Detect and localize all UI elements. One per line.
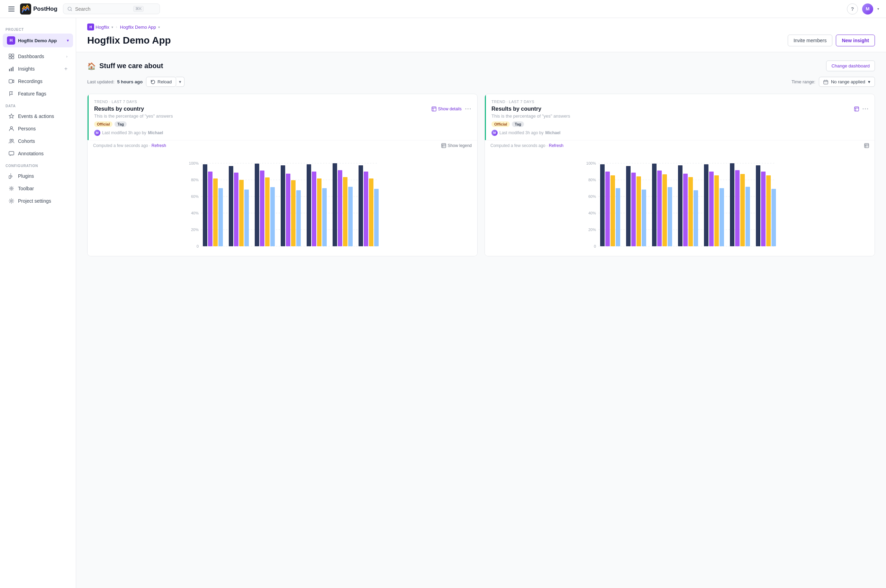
insight-card-1: TREND · LAST 7 DAYS Results by country S…: [87, 94, 478, 256]
svg-text:100%: 100%: [586, 161, 596, 165]
svg-rect-76: [611, 176, 615, 246]
svg-rect-59: [374, 189, 379, 246]
sidebar-item-plugins[interactable]: Plugins: [3, 170, 73, 182]
dashboards-chevron-icon: ›: [66, 54, 68, 58]
card-actions-2: ···: [854, 106, 869, 112]
main-content: H Hogflix ▾ › Hogflix Demo App ▾ Hogflix…: [76, 18, 886, 588]
tag-official-1: Official: [94, 122, 113, 127]
svg-text:40%: 40%: [588, 211, 596, 215]
dashboards-icon: [8, 53, 15, 60]
insight-card-2: TREND · LAST 7 DAYS Results by country ·…: [484, 94, 875, 256]
sidebar-item-dashboards[interactable]: Dashboards ›: [3, 51, 73, 62]
app-body: PROJECT H Hogflix Demo App ▾ Dashboards …: [0, 18, 886, 588]
project-settings-icon: [8, 198, 15, 204]
svg-rect-80: [636, 176, 641, 246]
svg-rect-58: [369, 178, 373, 246]
logo-text: PostHog: [33, 6, 57, 12]
svg-rect-55: [348, 187, 353, 246]
search-bar[interactable]: ⌘K: [63, 3, 160, 14]
svg-rect-2: [9, 54, 11, 56]
sidebar-item-annotations[interactable]: Annotations: [3, 148, 73, 159]
insights-icon: [8, 66, 15, 72]
svg-rect-39: [244, 189, 249, 246]
svg-text:60%: 60%: [191, 194, 199, 198]
hamburger-menu[interactable]: [7, 5, 16, 13]
svg-rect-50: [317, 178, 322, 246]
dashboard-title: 🏠 Stuff we care about: [87, 62, 163, 70]
toolbar-left: Last updated: 5 hours ago Reload ▾: [87, 77, 185, 87]
sidebar-item-toolbar[interactable]: Toolbar: [3, 183, 73, 194]
computed-text-1: Computed a few seconds ago · Refresh: [93, 143, 166, 148]
card-chart-header-2: Computed a few seconds ago · Refresh: [485, 140, 875, 151]
search-input[interactable]: [75, 6, 131, 12]
svg-rect-37: [234, 172, 238, 246]
more-options-button-2[interactable]: ···: [862, 106, 869, 112]
sidebar-item-cohorts-label: Cohorts: [18, 138, 35, 144]
author-avatar-2: M: [492, 130, 498, 136]
card-description-1: This is the percentage of "yes" answers: [94, 114, 472, 118]
avatar[interactable]: M: [862, 3, 873, 15]
more-options-button-1[interactable]: ···: [465, 106, 472, 112]
chart-area-1: 100% 80% 60% 40% 20% 0: [87, 151, 477, 256]
card-header-2: TREND · LAST 7 DAYS Results by country ·…: [485, 94, 875, 140]
show-legend-button-1[interactable]: Show legend: [441, 143, 472, 148]
topnav: PostHog ⌘K ? M ▾: [0, 0, 886, 18]
breadcrumb-project[interactable]: Hogflix Demo App ▾: [120, 24, 160, 30]
reload-button[interactable]: Reload: [146, 77, 176, 87]
sidebar-item-insights[interactable]: Insights +: [3, 63, 73, 75]
refresh-link-2[interactable]: Refresh: [549, 143, 563, 148]
svg-rect-100: [766, 176, 771, 246]
svg-rect-48: [307, 164, 311, 246]
sidebar-section-project: PROJECT: [0, 24, 76, 33]
sidebar-item-persons[interactable]: Persons: [3, 123, 73, 135]
project-selector[interactable]: H Hogflix Demo App ▾: [3, 33, 73, 47]
legend-icon-2: [864, 143, 869, 148]
show-details-button-1[interactable]: Show details: [432, 106, 462, 111]
show-details-button-2[interactable]: [854, 106, 859, 111]
breadcrumb-org[interactable]: H Hogflix ▾: [87, 24, 113, 30]
sidebar-item-recordings[interactable]: Recordings: [3, 75, 73, 87]
breadcrumb: H Hogflix ▾ › Hogflix Demo App ▾: [87, 24, 875, 30]
svg-rect-56: [358, 165, 363, 246]
svg-rect-14: [9, 176, 11, 178]
persons-icon: [8, 126, 15, 132]
reload-group: Reload ▾: [146, 77, 185, 87]
svg-rect-60: [854, 107, 859, 111]
show-legend-button-2[interactable]: [864, 143, 869, 148]
svg-rect-51: [322, 188, 327, 246]
refresh-link-1[interactable]: Refresh: [152, 143, 166, 148]
reload-dropdown-button[interactable]: ▾: [176, 77, 185, 87]
sidebar-item-events[interactable]: Events & actions: [3, 110, 73, 122]
sidebar-item-feature-flags[interactable]: Feature flags: [3, 88, 73, 100]
svg-rect-101: [772, 189, 776, 246]
dashboard-header: 🏠 Stuff we care about Change dashboard: [87, 60, 875, 71]
avatar-chevron-icon[interactable]: ▾: [877, 7, 879, 11]
sidebar-item-cohorts[interactable]: Cohorts: [3, 135, 73, 147]
header-actions: Invite members New insight: [788, 34, 875, 46]
new-insight-button[interactable]: New insight: [836, 34, 875, 46]
insights-add-icon[interactable]: +: [65, 66, 68, 72]
invite-members-button[interactable]: Invite members: [788, 34, 833, 46]
change-dashboard-button[interactable]: Change dashboard: [826, 60, 875, 71]
cards-grid: TREND · LAST 7 DAYS Results by country S…: [87, 94, 875, 256]
chart-svg-2: 100% 80% 60% 40% 20% 0: [490, 156, 869, 253]
svg-rect-7: [11, 68, 12, 71]
toolbar-icon: [8, 185, 15, 192]
chart-area-2: 100% 80% 60% 40% 20% 0: [485, 151, 875, 256]
time-range-button[interactable]: No range applied ▾: [819, 77, 875, 87]
svg-text:40%: 40%: [191, 211, 199, 215]
sidebar: PROJECT H Hogflix Demo App ▾ Dashboards …: [0, 18, 76, 588]
help-button[interactable]: ?: [847, 3, 858, 15]
svg-rect-99: [761, 171, 766, 246]
time-range-chevron-icon: ▾: [868, 79, 870, 84]
svg-rect-43: [270, 187, 275, 246]
svg-text:80%: 80%: [588, 178, 596, 182]
svg-point-15: [11, 188, 12, 189]
reload-icon: [150, 80, 155, 84]
svg-rect-87: [683, 174, 688, 246]
sidebar-item-dashboards-label: Dashboards: [18, 54, 44, 59]
card-modified-1: M Last modified 3h ago by Michael: [94, 130, 472, 136]
project-icon: H: [7, 36, 15, 45]
svg-rect-5: [12, 57, 14, 59]
sidebar-item-project-settings[interactable]: Project settings: [3, 195, 73, 207]
